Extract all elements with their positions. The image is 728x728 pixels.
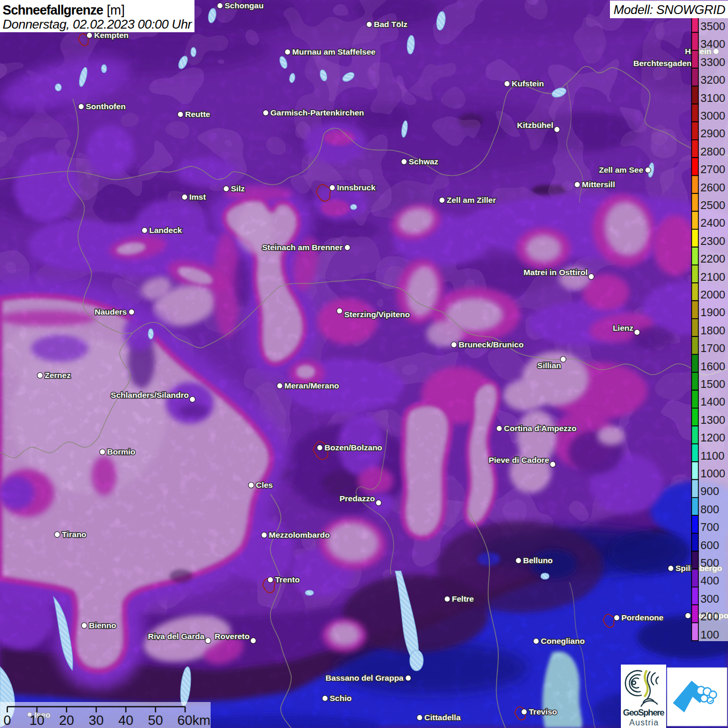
svg-text:1600: 1600	[700, 360, 725, 373]
svg-text:Modell: SNOWGRID: Modell: SNOWGRID	[614, 3, 725, 17]
svg-text:600: 600	[700, 539, 719, 552]
svg-text:Bormio: Bormio	[107, 447, 135, 456]
svg-text:Bozen/Bolzano: Bozen/Bolzano	[324, 443, 382, 452]
svg-text:Rovereto: Rovereto	[215, 632, 250, 641]
svg-text:2300: 2300	[700, 235, 725, 248]
svg-text:Cortina d'Ampezzo: Cortina d'Ampezzo	[504, 424, 577, 433]
svg-text:1100: 1100	[700, 450, 724, 462]
svg-text:Feltre: Feltre	[452, 594, 474, 603]
svg-text:10: 10	[30, 712, 45, 728]
svg-text:1300: 1300	[700, 414, 725, 426]
svg-text:3300: 3300	[700, 56, 725, 69]
svg-text:Schongau: Schongau	[225, 1, 264, 10]
svg-text:Tirano: Tirano	[62, 530, 86, 539]
svg-text:1500: 1500	[700, 378, 725, 391]
svg-text:Bienno: Bienno	[89, 621, 116, 630]
svg-text:1700: 1700	[700, 342, 725, 355]
svg-text:Matrei in Osttirol: Matrei in Osttirol	[524, 268, 588, 277]
svg-text:Silz: Silz	[231, 184, 245, 193]
svg-text:40: 40	[119, 712, 134, 728]
svg-text:Meran/Merano: Meran/Merano	[284, 381, 339, 390]
svg-text:2000: 2000	[700, 289, 725, 301]
svg-text:50: 50	[148, 712, 163, 728]
svg-text:Pordenone: Pordenone	[621, 613, 664, 622]
svg-text:Sillian: Sillian	[537, 361, 561, 370]
svg-text:2700: 2700	[700, 163, 725, 176]
svg-text:Mezzolombardo: Mezzolombardo	[269, 530, 330, 539]
svg-text:Trento: Trento	[275, 575, 300, 584]
svg-text:Nauders: Nauders	[95, 307, 127, 316]
svg-text:1800: 1800	[700, 324, 725, 337]
svg-text:Schlanders/Silandro: Schlanders/Silandro	[111, 391, 189, 399]
svg-text:Sonthofen: Sonthofen	[86, 102, 126, 111]
svg-text:100: 100	[700, 629, 719, 641]
svg-text:Austria: Austria	[629, 718, 658, 727]
svg-text:Zernez: Zernez	[45, 371, 71, 380]
svg-text:Cittadella: Cittadella	[424, 713, 461, 722]
svg-text:Riva del Garda: Riva del Garda	[148, 632, 204, 641]
svg-text:Treviso: Treviso	[529, 707, 557, 716]
svg-text:2800: 2800	[700, 146, 725, 158]
svg-text:3000: 3000	[700, 110, 725, 122]
svg-text:Steinach am Brenner: Steinach am Brenner	[262, 243, 343, 252]
svg-text:Conegliano: Conegliano	[541, 636, 584, 645]
svg-text:2500: 2500	[700, 199, 725, 212]
svg-text:Predazzo: Predazzo	[340, 494, 375, 503]
svg-text:Reutte: Reutte	[185, 110, 211, 119]
svg-text:Belluno: Belluno	[523, 556, 553, 565]
svg-text:3400: 3400	[700, 38, 725, 50]
svg-text:Cles: Cles	[256, 480, 273, 489]
svg-text:Sterzing/Vipiteno: Sterzing/Vipiteno	[344, 310, 410, 319]
svg-text:3100: 3100	[700, 92, 725, 105]
svg-text:900: 900	[700, 485, 719, 498]
svg-text:Bad Tölz: Bad Tölz	[374, 20, 408, 29]
svg-text:Zell am Ziller: Zell am Ziller	[447, 196, 496, 204]
svg-text:Pieve di Cadore: Pieve di Cadore	[489, 456, 550, 464]
svg-text:Imst: Imst	[189, 192, 206, 201]
svg-text:400: 400	[700, 575, 719, 587]
svg-text:1200: 1200	[700, 432, 725, 444]
svg-text:Innsbruck: Innsbruck	[337, 183, 375, 192]
svg-text:Schneefallgrenze [m]: Schneefallgrenze [m]	[3, 3, 125, 17]
svg-text:60km: 60km	[177, 712, 211, 728]
svg-text:Berchtesgaden: Berchtesgaden	[633, 59, 692, 68]
svg-text:2900: 2900	[700, 127, 725, 140]
svg-text:800: 800	[700, 503, 719, 516]
svg-text:2400: 2400	[700, 217, 725, 229]
svg-text:Landeck: Landeck	[149, 226, 182, 235]
svg-text:2600: 2600	[700, 181, 725, 194]
svg-text:Murnau am Staffelsee: Murnau am Staffelsee	[292, 47, 376, 56]
svg-text:700: 700	[700, 521, 719, 534]
svg-text:Kitzbühel: Kitzbühel	[517, 121, 553, 129]
svg-text:0: 0	[4, 712, 11, 728]
svg-text:Donnerstag, 02.02.2023 00:00 U: Donnerstag, 02.02.2023 00:00 Uhr	[3, 17, 192, 31]
svg-text:Bassano del Grappa: Bassano del Grappa	[326, 673, 404, 682]
svg-text:Bruneck/Brunico: Bruneck/Brunico	[459, 340, 524, 349]
svg-text:300: 300	[700, 593, 719, 605]
svg-text:500: 500	[700, 557, 719, 569]
svg-text:1400: 1400	[700, 396, 725, 408]
svg-text:Zell am See: Zell am See	[599, 165, 644, 174]
svg-text:Schio: Schio	[330, 694, 352, 703]
svg-text:Kufstein: Kufstein	[512, 79, 544, 88]
svg-text:GeoSphere: GeoSphere	[623, 708, 665, 718]
svg-text:1900: 1900	[700, 306, 725, 319]
svg-text:Lienz: Lienz	[613, 323, 633, 332]
svg-text:2200: 2200	[700, 253, 725, 265]
svg-text:Garmisch-Partenkirchen: Garmisch-Partenkirchen	[270, 108, 364, 117]
svg-text:Mittersill: Mittersill	[582, 180, 615, 189]
svg-text:30: 30	[89, 712, 104, 728]
svg-text:2100: 2100	[700, 271, 725, 283]
svg-text:Schwaz: Schwaz	[409, 157, 438, 166]
svg-text:3200: 3200	[700, 74, 725, 86]
svg-text:200: 200	[700, 610, 719, 623]
svg-text:1000: 1000	[700, 467, 725, 480]
svg-text:3500: 3500	[700, 20, 725, 33]
svg-text:20: 20	[59, 712, 74, 728]
